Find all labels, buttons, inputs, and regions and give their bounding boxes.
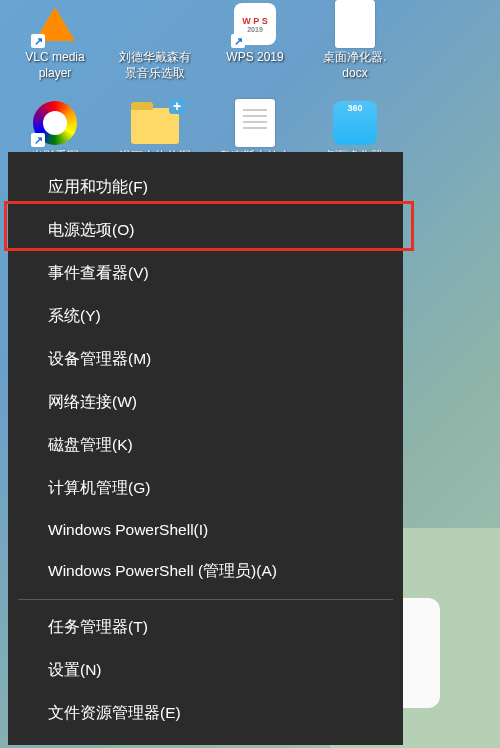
menu-item-powershell-admin[interactable]: Windows PowerShell (管理员)(A) [8, 550, 403, 593]
menu-item-event-viewer[interactable]: 事件查看器(V) [8, 252, 403, 295]
icon-label: 桌面净化器.docx [323, 50, 386, 81]
photo-icon: ↗ [31, 99, 79, 147]
icon-label: 刘德华戴森有景音乐选取 [119, 50, 191, 81]
menu-item-system[interactable]: 系统(Y) [8, 295, 403, 338]
desktop-icon-grid: ↗ VLC mediaplayer 刘德华戴森有景音乐选取 W P S2019 … [0, 0, 500, 165]
folder-icon [131, 99, 179, 147]
menu-item-settings[interactable]: 设置(N) [8, 649, 403, 692]
menu-item-power-options[interactable]: 电源选项(O) [8, 209, 403, 252]
wps-text: W P S [242, 16, 267, 26]
desktop-icon-music[interactable]: 刘德华戴森有景音乐选取 [110, 0, 200, 81]
menu-item-device-manager[interactable]: 设备管理器(M) [8, 338, 403, 381]
winx-context-menu: 应用和功能(F) 电源选项(O) 事件查看器(V) 系统(Y) 设备管理器(M)… [8, 152, 403, 745]
menu-separator [18, 599, 393, 600]
menu-item-apps-features[interactable]: 应用和功能(F) [8, 166, 403, 209]
vlc-icon: ↗ [31, 0, 79, 48]
cleaner-icon [331, 99, 379, 147]
desktop-icon-wps[interactable]: W P S2019 ↗ WPS 2019 [210, 0, 300, 81]
docx-icon [331, 0, 379, 48]
menu-item-task-manager[interactable]: 任务管理器(T) [8, 606, 403, 649]
menu-item-computer-management[interactable]: 计算机管理(G) [8, 467, 403, 510]
music-icon [131, 0, 179, 48]
text-icon [231, 99, 279, 147]
icon-label: WPS 2019 [226, 50, 283, 66]
icon-label: VLC mediaplayer [25, 50, 84, 81]
wps-icon: W P S2019 ↗ [231, 0, 279, 48]
menu-item-disk-management[interactable]: 磁盘管理(K) [8, 424, 403, 467]
desktop-icon-vlc[interactable]: ↗ VLC mediaplayer [10, 0, 100, 81]
desktop-icon-docx[interactable]: 桌面净化器.docx [310, 0, 400, 81]
menu-item-file-explorer[interactable]: 文件资源管理器(E) [8, 692, 403, 735]
menu-item-network-connections[interactable]: 网络连接(W) [8, 381, 403, 424]
menu-item-powershell[interactable]: Windows PowerShell(I) [8, 510, 403, 550]
